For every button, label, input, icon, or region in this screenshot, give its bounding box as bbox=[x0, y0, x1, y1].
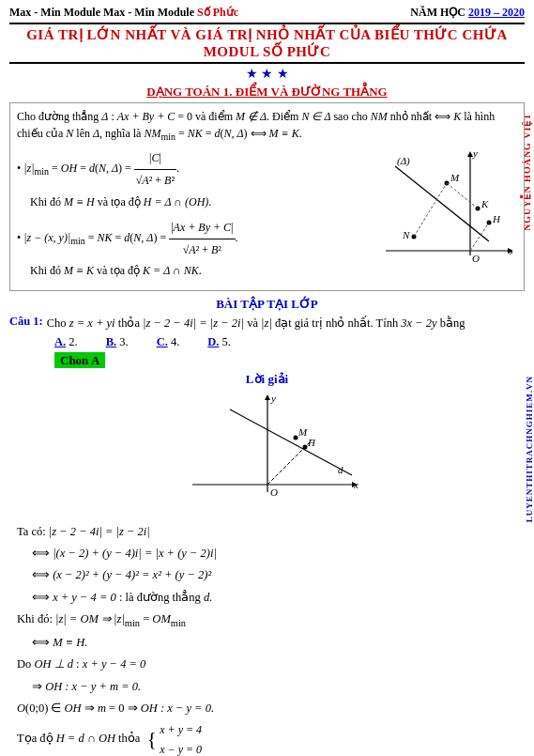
answer-d[interactable]: D. 5. bbox=[207, 335, 231, 349]
theory-intro: Cho đường thẳng Δ : Ax + By + C = 0 và đ… bbox=[17, 108, 517, 144]
svg-marker-23 bbox=[265, 394, 270, 400]
sol-line-10: Tọa độ H = d ∩ OH thỏa { x + y = 4 x − y… bbox=[17, 720, 525, 756]
sol-line-8: ⇒ OH : x − y + m = 0. bbox=[17, 677, 525, 697]
question-text: Cho z = x + yi thỏa |z − 2 − 4i| = |z − … bbox=[47, 315, 525, 332]
theory-body: • |z|min = OH = d(N, Δ) = |C| √A² + B² .… bbox=[17, 147, 517, 285]
solution-diagram: x y O d M H bbox=[9, 391, 525, 517]
section1-heading: DẠNG TOÁN 1. ĐIỂM VÀ ĐƯỜNG THẲNG bbox=[9, 85, 525, 100]
svg-line-19 bbox=[470, 223, 489, 251]
page-wrapper: NGUYỄN HOÀNG VIỆT LUYENTHITRACHNGHIEM.VN… bbox=[0, 0, 534, 756]
svg-text:x: x bbox=[509, 245, 512, 256]
solution-body: Ta có: |z − 2 − 4i| = |z − 2i| ⟺ |(x − 2… bbox=[9, 522, 525, 756]
sol-line-7: Do OH ⊥ d : x + y − 4 = 0 bbox=[17, 655, 525, 674]
svg-point-32 bbox=[302, 444, 307, 449]
exercise-heading: BÀI TẬP TẠI LỚP bbox=[9, 297, 525, 312]
answer-c[interactable]: C. 4. bbox=[157, 335, 180, 349]
side-label-right: LUYENTHITRACHNGHIEM.VN bbox=[525, 376, 534, 522]
theory-diagram: x y O (Δ) M K H bbox=[367, 147, 517, 285]
sol-line-1: Ta có: |z − 2 − 4i| = |z − 2i| bbox=[17, 522, 525, 542]
frac2-num: |Ax + By + C| bbox=[169, 217, 235, 239]
frac2-den: √A² + B² bbox=[169, 239, 235, 261]
frac2: |Ax + By + C| √A² + B² bbox=[169, 217, 235, 261]
theory-box: Cho đường thẳng Δ : Ax + By + C = 0 và đ… bbox=[9, 102, 525, 291]
formula2-note: Khi đó M ≡ K và tọa độ K = Δ ∩ NK. bbox=[30, 260, 361, 282]
svg-line-18 bbox=[414, 183, 447, 237]
sol-line-3: ⟺ (x − 2)² + (y − 4)² = x² + (y − 2)² bbox=[17, 565, 525, 585]
svg-text:N: N bbox=[402, 229, 410, 240]
header-row: Max - Min Module Max - Min Module Số Phứ… bbox=[9, 6, 525, 20]
solution-svg: x y O d M H bbox=[174, 391, 361, 513]
header-right: NĂM HỌC 2019 – 2020 bbox=[410, 6, 525, 20]
formula1: • |z|min = OH = d(N, Δ) = |C| √A² + B² .… bbox=[17, 147, 361, 212]
frac1: |C| √A² + B² bbox=[134, 147, 176, 192]
svg-text:K: K bbox=[481, 198, 489, 209]
header-year: 2019 – 2020 bbox=[468, 6, 525, 19]
svg-text:H: H bbox=[307, 437, 316, 448]
svg-text:(Δ): (Δ) bbox=[397, 155, 410, 167]
header-sophuc: Số Phức bbox=[197, 6, 238, 19]
svg-line-27 bbox=[230, 409, 352, 475]
answer-a[interactable]: A. 2. bbox=[54, 335, 78, 349]
frac1-num: |C| bbox=[134, 147, 176, 170]
sol-line-5: Khi đó: |z| = OM ⇒ |z|min = OMmin bbox=[17, 609, 525, 631]
svg-text:H: H bbox=[492, 213, 501, 224]
sol-line-2: ⟺ |(x − 2) + (y − 4)i| = |x + (y − 2)i| bbox=[17, 544, 525, 563]
sol-line-6: ⟺ M ≡ H. bbox=[17, 633, 525, 653]
svg-text:O: O bbox=[472, 253, 480, 264]
chosen-answer-label: Chon A bbox=[54, 352, 105, 368]
svg-text:M: M bbox=[298, 426, 308, 438]
svg-text:y: y bbox=[472, 147, 478, 159]
svg-text:d: d bbox=[338, 464, 343, 475]
answers-row: A. 2. B. 3. C. 4. D. 5. bbox=[54, 335, 525, 349]
formula1-note: Khi đó M ≡ H và tọa độ H = Δ ∩ (OH). bbox=[30, 192, 361, 213]
svg-point-30 bbox=[293, 435, 298, 440]
sol-line-9: O(0;0) ∈ OH ⇒ m = 0 ⇒ OH : x − y = 0. bbox=[17, 699, 525, 718]
svg-text:O: O bbox=[270, 486, 278, 498]
stars: ★ ★ ★ bbox=[9, 66, 525, 82]
theory-svg: x y O (Δ) M K H bbox=[367, 147, 512, 270]
header-year-prefix: NĂM HỌC bbox=[410, 6, 468, 19]
sol-line-4: ⟺ x + y − 4 = 0 : là đường thẳng d. bbox=[17, 588, 525, 608]
question-row: Câu 1: Cho z = x + yi thỏa |z − 2 − 4i| … bbox=[9, 315, 525, 332]
svg-text:y: y bbox=[270, 393, 276, 404]
frac1-den: √A² + B² bbox=[134, 170, 176, 192]
svg-line-17 bbox=[447, 183, 478, 208]
formula2: • |z − (x, y)|min = NK = d(N, Δ) = |Ax +… bbox=[17, 217, 361, 282]
solution-heading: Lời giải bbox=[9, 372, 525, 387]
main-title: GIÁ TRỊ LỚN NHẤT VÀ GIÁ TRỊ NHỎ NHẤT CỦA… bbox=[9, 23, 525, 64]
answer-b[interactable]: B. 3. bbox=[106, 335, 129, 349]
svg-text:M: M bbox=[450, 172, 460, 183]
header-left: Max - Min Module Max - Min Module Số Phứ… bbox=[9, 6, 238, 20]
chosen-answer: Chon A bbox=[54, 353, 525, 368]
theory-formulas: • |z|min = OH = d(N, Δ) = |C| √A² + B² .… bbox=[17, 147, 361, 285]
svg-text:x: x bbox=[353, 479, 359, 490]
question-label: Câu 1: bbox=[9, 315, 43, 329]
